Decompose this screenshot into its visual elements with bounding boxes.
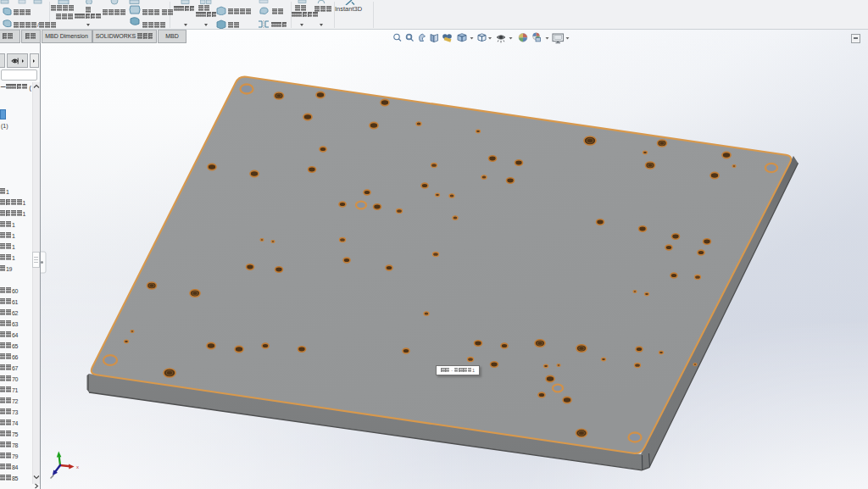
- svg-text:x: x: [76, 464, 79, 470]
